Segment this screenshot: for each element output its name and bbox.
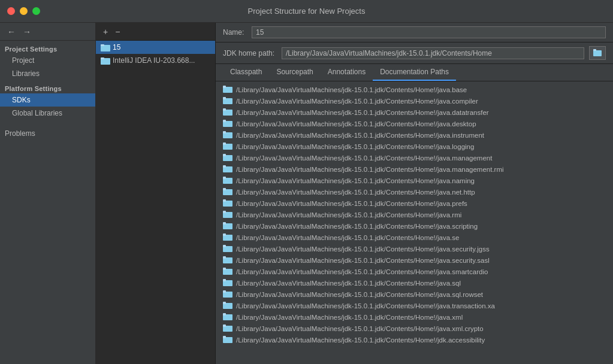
nav-back-button[interactable]: ← [5, 26, 18, 37]
minimize-button[interactable] [20, 7, 28, 15]
file-item-path: /Library/Java/JavaVirtualMachines/jdk-15… [236, 257, 490, 264]
svg-rect-18 [223, 142, 226, 145]
sdk-list-item[interactable]: 15 [96, 41, 215, 54]
list-item[interactable]: /Library/Java/JavaVirtualMachines/jdk-15… [216, 300, 613, 311]
list-item[interactable]: /Library/Java/JavaVirtualMachines/jdk-15… [216, 266, 613, 277]
list-item[interactable]: /Library/Java/JavaVirtualMachines/jdk-15… [216, 152, 613, 163]
list-item[interactable]: /Library/Java/JavaVirtualMachines/jdk-15… [216, 95, 613, 107]
svg-rect-26 [223, 188, 226, 190]
file-item-path: /Library/Java/JavaVirtualMachines/jdk-15… [236, 245, 490, 253]
file-folder-icon [223, 233, 232, 242]
sidebar-item-libraries[interactable]: Libraries [0, 67, 95, 80]
list-item[interactable]: /Library/Java/JavaVirtualMachines/jdk-15… [216, 220, 613, 232]
list-item[interactable]: /Library/Java/JavaVirtualMachines/jdk-15… [216, 163, 613, 175]
svg-rect-46 [223, 302, 226, 304]
name-input[interactable] [252, 26, 606, 38]
file-folder-icon [223, 187, 232, 196]
file-folder-icon [223, 85, 232, 94]
file-list[interactable]: /Library/Java/JavaVirtualMachines/jdk-15… [216, 81, 613, 364]
file-item-path: /Library/Java/JavaVirtualMachines/jdk-15… [236, 325, 484, 332]
sidebar-item-project[interactable]: Project [0, 54, 95, 67]
list-item[interactable]: /Library/Java/JavaVirtualMachines/jdk-15… [216, 243, 613, 254]
list-item[interactable]: /Library/Java/JavaVirtualMachines/jdk-15… [216, 141, 613, 152]
svg-rect-8 [223, 86, 226, 88]
sdk-list-item[interactable]: IntelliJ IDEA IU-203.668... [96, 54, 215, 67]
file-folder-icon [223, 222, 232, 230]
list-item[interactable]: /Library/Java/JavaVirtualMachines/jdk-15… [216, 277, 613, 289]
nav-forward-button[interactable]: → [20, 26, 34, 37]
file-item-path: /Library/Java/JavaVirtualMachines/jdk-15… [236, 154, 492, 162]
list-item[interactable]: /Library/Java/JavaVirtualMachines/jdk-15… [216, 84, 613, 95]
file-folder-icon [223, 267, 232, 276]
list-item[interactable]: /Library/Java/JavaVirtualMachines/jdk-15… [216, 334, 613, 345]
sdk-folder-icon [101, 43, 110, 51]
list-item[interactable]: /Library/Java/JavaVirtualMachines/jdk-15… [216, 209, 613, 220]
name-label: Name: [223, 28, 247, 37]
list-item[interactable]: /Library/Java/JavaVirtualMachines/jdk-15… [216, 254, 613, 266]
list-item[interactable]: /Library/Java/JavaVirtualMachines/jdk-15… [216, 323, 613, 334]
file-folder-icon [223, 313, 232, 321]
maximize-button[interactable] [32, 7, 40, 15]
svg-rect-52 [223, 336, 226, 338]
file-folder-icon [223, 176, 232, 185]
file-item-path: /Library/Java/JavaVirtualMachines/jdk-15… [236, 120, 476, 128]
list-item[interactable]: /Library/Java/JavaVirtualMachines/jdk-15… [216, 186, 613, 198]
file-item-path: /Library/Java/JavaVirtualMachines/jdk-15… [236, 280, 461, 287]
browse-icon [593, 48, 602, 56]
add-sdk-button[interactable]: + [101, 26, 110, 38]
list-item[interactable]: /Library/Java/JavaVirtualMachines/jdk-15… [216, 289, 613, 300]
file-item-path: /Library/Java/JavaVirtualMachines/jdk-15… [236, 177, 475, 184]
sidebar-item-global-libraries[interactable]: Global Libraries [0, 107, 95, 120]
list-item[interactable]: /Library/Java/JavaVirtualMachines/jdk-15… [216, 311, 613, 323]
list-item[interactable]: /Library/Java/JavaVirtualMachines/jdk-15… [216, 175, 613, 186]
tab-classpath[interactable]: Classpath [223, 64, 269, 81]
file-folder-icon [223, 301, 232, 310]
svg-rect-6 [593, 49, 596, 51]
list-item[interactable]: /Library/Java/JavaVirtualMachines/jdk-15… [216, 232, 613, 243]
sidebar-item-problems[interactable]: Problems [0, 125, 95, 140]
tab-sourcepath[interactable]: Sourcepath [269, 64, 320, 81]
file-item-path: /Library/Java/JavaVirtualMachines/jdk-15… [236, 132, 484, 139]
file-item-path: /Library/Java/JavaVirtualMachines/jdk-15… [236, 98, 478, 105]
platform-settings-section-label: Platform Settings [0, 80, 95, 93]
file-folder-icon [223, 96, 232, 105]
svg-rect-36 [223, 245, 226, 247]
file-item-path: /Library/Java/JavaVirtualMachines/jdk-15… [236, 86, 467, 93]
sdk-list: 15 IntelliJ IDEA IU-203.668... [96, 41, 215, 364]
file-folder-icon [223, 199, 232, 208]
close-button[interactable] [7, 7, 15, 15]
traffic-lights [7, 7, 40, 15]
svg-rect-12 [223, 108, 226, 111]
file-item-path: /Library/Java/JavaVirtualMachines/jdk-15… [236, 109, 489, 116]
sidebar-item-sdks[interactable]: SDKs [0, 93, 95, 107]
list-item[interactable]: /Library/Java/JavaVirtualMachines/jdk-15… [216, 198, 613, 209]
list-item[interactable]: /Library/Java/JavaVirtualMachines/jdk-15… [216, 107, 613, 118]
list-item[interactable]: /Library/Java/JavaVirtualMachines/jdk-15… [216, 129, 613, 141]
svg-rect-10 [223, 97, 226, 99]
file-item-path: /Library/Java/JavaVirtualMachines/jdk-15… [236, 314, 463, 321]
svg-rect-4 [101, 57, 104, 59]
file-folder-icon [223, 324, 232, 333]
tab-documentation-paths[interactable]: Documentation Paths [373, 64, 456, 81]
main-layout: ← → Project Settings Project Libraries P… [0, 23, 613, 364]
jdk-row: JDK home path: [216, 43, 613, 64]
file-item-path: /Library/Java/JavaVirtualMachines/jdk-15… [236, 336, 485, 344]
file-folder-icon [223, 108, 232, 117]
sdk-item-label: 15 [113, 43, 120, 51]
file-folder-icon [223, 290, 232, 299]
file-folder-icon [223, 165, 232, 174]
svg-rect-48 [223, 313, 226, 316]
file-folder-icon [223, 256, 232, 265]
browse-button[interactable] [589, 46, 606, 60]
file-folder-icon [223, 131, 232, 139]
remove-sdk-button[interactable]: − [113, 26, 122, 38]
svg-rect-42 [223, 279, 226, 281]
list-item[interactable]: /Library/Java/JavaVirtualMachines/jdk-15… [216, 118, 613, 129]
tab-annotations[interactable]: Annotations [321, 64, 373, 81]
file-item-path: /Library/Java/JavaVirtualMachines/jdk-15… [236, 143, 474, 150]
svg-rect-22 [223, 165, 226, 168]
svg-rect-34 [223, 233, 226, 236]
svg-rect-40 [223, 268, 226, 270]
jdk-home-input[interactable] [282, 47, 584, 59]
name-row: Name: [216, 23, 613, 43]
